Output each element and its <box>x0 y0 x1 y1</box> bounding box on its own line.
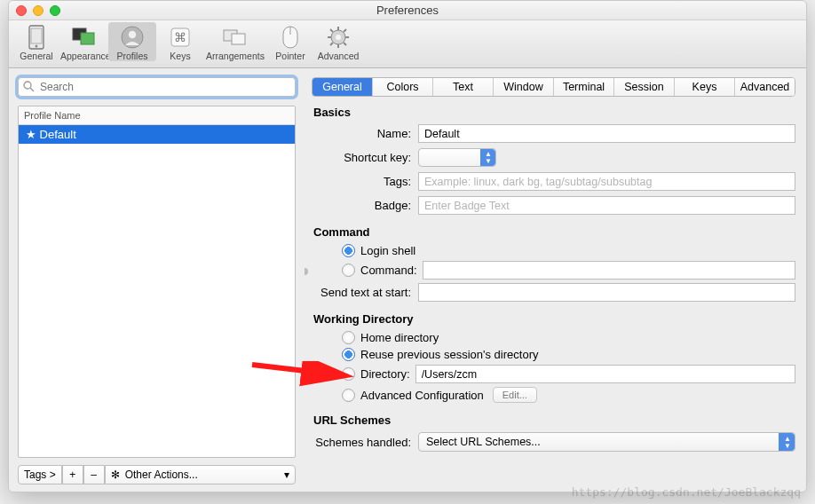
search-wrap <box>18 77 296 97</box>
minimize-icon[interactable] <box>33 5 44 16</box>
tab-text[interactable]: Text <box>433 78 494 96</box>
toolbar-advanced[interactable]: Advanced <box>314 22 362 61</box>
traffic-lights <box>16 5 60 16</box>
shortcut-dropdown[interactable]: ▲▼ <box>418 148 496 167</box>
tab-keys[interactable]: Keys <box>675 78 735 96</box>
tab-window[interactable]: Window <box>494 78 554 96</box>
command-key-icon: ⌘ <box>168 25 193 50</box>
profile-column-header[interactable]: Profile Name <box>19 106 295 125</box>
toolbar-label: Advanced <box>314 51 362 61</box>
reuse-session-label: Reuse previous session's directory <box>360 348 538 361</box>
command-title: Command <box>313 225 795 239</box>
preferences-window: Preferences General Appearance Profiles … <box>8 0 807 492</box>
svg-point-23 <box>24 82 31 89</box>
tags-button[interactable]: Tags > <box>18 465 62 484</box>
tab-terminal[interactable]: Terminal <box>554 78 614 96</box>
svg-rect-10 <box>232 34 245 44</box>
command-label: Command: <box>360 264 417 277</box>
badge-input[interactable] <box>418 196 795 215</box>
send-text-input[interactable] <box>418 283 795 302</box>
scroll-indicator <box>305 268 308 275</box>
basics-title: Basics <box>313 106 795 119</box>
window-title: Preferences <box>9 4 806 17</box>
profile-bottom-bar: Tags > + – ✻ Other Actions... ▾ <box>18 465 296 484</box>
advanced-config-label: Advanced Configuration <box>360 389 484 402</box>
toolbar-label: Appearance <box>60 51 108 61</box>
url-schemes-title: URL Schemes <box>313 413 795 427</box>
other-actions-label: Other Actions... <box>125 469 198 481</box>
toolbar: General Appearance Profiles ⌘ Keys Arran… <box>9 20 806 68</box>
svg-line-24 <box>30 88 34 91</box>
name-label: Name: <box>312 127 418 140</box>
toolbar-pointer[interactable]: Pointer <box>266 22 314 61</box>
toolbar-label: Arrangements <box>204 51 266 61</box>
left-pane: Profile Name ★ Default Tags > + – ✻ Othe… <box>9 68 305 492</box>
shortcut-label: Shortcut key: <box>312 151 418 164</box>
toolbar-label: Profiles <box>108 51 156 61</box>
tab-colors[interactable]: Colors <box>373 78 433 96</box>
profile-row-default[interactable]: ★ Default <box>19 125 295 144</box>
right-pane: General Colors Text Window Terminal Sess… <box>305 68 806 492</box>
svg-line-20 <box>344 43 346 45</box>
search-input[interactable] <box>18 77 296 97</box>
content: Profile Name ★ Default Tags > + – ✻ Othe… <box>9 68 806 492</box>
home-directory-radio[interactable] <box>342 331 355 344</box>
svg-line-21 <box>330 43 333 45</box>
edit-button[interactable]: Edit... <box>493 387 537 403</box>
toolbar-label: Keys <box>156 51 204 61</box>
profile-list[interactable]: Profile Name ★ Default <box>18 106 296 458</box>
home-directory-label: Home directory <box>360 331 439 344</box>
command-radio[interactable] <box>342 264 355 277</box>
gear-icon: ✻ <box>111 469 120 481</box>
badge-label: Badge: <box>312 199 418 212</box>
svg-rect-1 <box>31 28 42 43</box>
svg-point-6 <box>129 31 136 38</box>
titlebar: Preferences <box>9 1 806 20</box>
tab-session[interactable]: Session <box>614 78 675 96</box>
toolbar-general[interactable]: General <box>12 22 60 61</box>
directory-input[interactable] <box>415 365 795 383</box>
svg-rect-4 <box>81 33 94 44</box>
schemes-dropdown[interactable]: Select URL Schemes... ▲▼ <box>418 432 795 452</box>
reuse-session-radio[interactable] <box>342 348 355 361</box>
name-input[interactable] <box>418 124 795 143</box>
zoom-icon[interactable] <box>50 5 60 16</box>
toolbar-profiles[interactable]: Profiles <box>108 22 156 61</box>
directory-radio[interactable] <box>342 367 355 381</box>
tab-advanced[interactable]: Advanced <box>735 78 795 96</box>
mouse-icon <box>278 25 303 50</box>
working-dir-title: Working Directory <box>313 312 795 326</box>
arrangements-icon <box>223 25 248 50</box>
toolbar-keys[interactable]: ⌘ Keys <box>156 22 204 61</box>
schemes-handled-label: Schemes handled: <box>312 436 418 449</box>
toolbar-arrangements[interactable]: Arrangements <box>204 22 266 61</box>
tags-input[interactable] <box>418 172 795 191</box>
add-profile-button[interactable]: + <box>62 465 83 484</box>
svg-text:⌘: ⌘ <box>174 30 186 44</box>
close-icon[interactable] <box>16 5 27 16</box>
svg-line-19 <box>330 29 333 32</box>
login-shell-radio[interactable] <box>342 244 355 257</box>
svg-point-2 <box>36 45 38 48</box>
advanced-config-radio[interactable] <box>342 389 355 402</box>
search-icon <box>23 81 35 95</box>
svg-point-14 <box>336 35 341 40</box>
schemes-placeholder: Select URL Schemes... <box>426 436 541 448</box>
tab-general[interactable]: General <box>313 78 373 96</box>
svg-line-22 <box>344 29 346 32</box>
gear-icon <box>326 25 351 50</box>
tabbar: General Colors Text Window Terminal Sess… <box>312 77 795 97</box>
toolbar-appearance[interactable]: Appearance <box>60 22 108 61</box>
toolbar-label: Pointer <box>266 51 314 61</box>
phone-icon <box>24 25 49 50</box>
toolbar-label: General <box>12 51 60 61</box>
profile-icon <box>120 25 145 50</box>
remove-profile-button[interactable]: – <box>83 465 105 484</box>
send-text-label: Send text at start: <box>312 286 418 299</box>
other-actions-dropdown[interactable]: ✻ Other Actions... ▾ <box>105 465 296 484</box>
chevron-down-icon: ▾ <box>284 469 289 481</box>
login-shell-label: Login shell <box>360 244 415 257</box>
directory-label: Directory: <box>360 367 410 381</box>
appearance-icon <box>72 25 97 50</box>
command-input[interactable] <box>423 261 795 280</box>
